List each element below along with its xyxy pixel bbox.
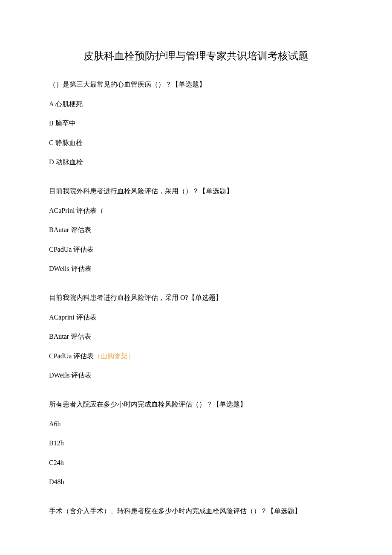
option-a: ACaprini 评估表 <box>49 312 343 323</box>
option-d: DWells 评估表 <box>49 263 343 274</box>
option-b: BAutar 评估表 <box>49 224 343 235</box>
option-d: D 动脉血栓 <box>49 157 343 168</box>
option-a: A6h <box>49 418 343 430</box>
option-annotation: （山购誉架） <box>94 352 135 360</box>
question-text: （）是第三大最常见的心血管疾病（）？【单选题】 <box>49 79 343 90</box>
question-text: 目前我院内科患者进行血栓风险评估，采用 O?【单选题】 <box>49 292 343 303</box>
option-a: A 心肌梗死 <box>49 99 343 110</box>
option-d: DWeIls 评估表 <box>49 370 343 381</box>
option-c: C24h <box>49 457 343 468</box>
question-block-3: 目前我院内科患者进行血栓风险评估，采用 O?【单选题】 ACaprini 评估表… <box>49 292 343 381</box>
question-text-final: 手术（含介入手术）、转科患者应在多少小时内完成血栓风险评估（）？【单选题】 <box>49 506 343 517</box>
option-c-text: CPadUa 评估表 <box>49 352 94 360</box>
option-c: CPadUa 评估表（山购誉架） <box>49 351 343 362</box>
page-title: 皮肤科血栓预防护理与管理专家共识培训考核试题 <box>49 49 343 63</box>
option-b: B 脑卒中 <box>49 118 343 129</box>
option-c: CPadUa 评估表 <box>49 244 343 255</box>
question-block-4: 所有患者入院应在多少小时内完成血栓风险评估（）？【单选题】 A6h B12h C… <box>49 399 343 488</box>
option-a: ACaPrini 评估表（ <box>49 205 343 216</box>
option-b: BAutar 评估表 <box>49 331 343 342</box>
option-d: D48h <box>49 477 343 488</box>
question-text: 目前我院外科患者进行血栓风险评估，采用（）？【单选题】 <box>49 186 343 197</box>
question-block-2: 目前我院外科患者进行血栓风险评估，采用（）？【单选题】 ACaPrini 评估表… <box>49 186 343 274</box>
option-c: C 静脉血栓 <box>49 137 343 148</box>
option-b: B12h <box>49 438 343 449</box>
document-page: 皮肤科血栓预防护理与管理专家共识培训考核试题 （）是第三大最常见的心血管疾病（）… <box>0 0 392 542</box>
question-text: 所有患者入院应在多少小时内完成血栓风险评估（）？【单选题】 <box>49 399 343 410</box>
question-block-1: （）是第三大最常见的心血管疾病（）？【单选题】 A 心肌梗死 B 脑卒中 C 静… <box>49 79 343 168</box>
